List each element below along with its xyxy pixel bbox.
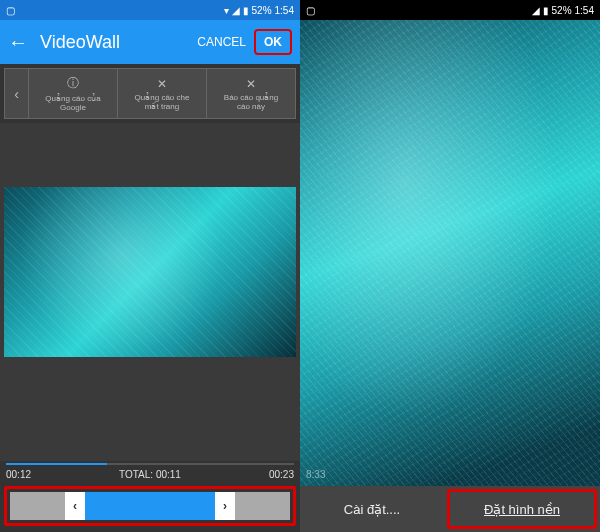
- close-icon: ✕: [246, 77, 256, 91]
- bottom-bar: Cài đặt.... Đặt hình nền: [300, 486, 600, 532]
- app-bar: ← VideoWall CANCEL OK: [0, 20, 300, 64]
- video-preview[interactable]: [4, 187, 296, 357]
- battery-percent: 52%: [252, 5, 272, 16]
- right-screen: ▢ ◢ ▮ 52% 1:54 8:33 Cài đặt.... Đặt hình…: [300, 0, 600, 532]
- battery-percent: 52%: [552, 5, 572, 16]
- time-total: TOTAL: 00:11: [31, 469, 269, 480]
- status-bar: ▢ ▾ ◢ ▮ 52% 1:54: [0, 0, 300, 20]
- time-start: 00:12: [6, 469, 31, 480]
- trim-slider: ‹ ›: [4, 486, 296, 526]
- left-screen: ▢ ▾ ◢ ▮ 52% 1:54 ← VideoWall CANCEL OK ‹…: [0, 0, 300, 532]
- time-end: 00:23: [269, 469, 294, 480]
- cancel-button[interactable]: CANCEL: [197, 35, 246, 49]
- ad-banner: ‹ ⓘ Quảng cáo của Google ✕ Quảng cáo che…: [4, 68, 296, 119]
- trim-range[interactable]: [85, 492, 215, 520]
- ad-option-report[interactable]: ✕ Báo cáo quảng cáo này: [207, 69, 295, 118]
- signal-icon: ◢: [532, 5, 540, 16]
- app-title: VideoWall: [40, 32, 197, 53]
- info-icon: ⓘ: [67, 75, 79, 92]
- trim-track-before: [10, 492, 65, 520]
- video-timestamp: 8:33: [306, 469, 325, 480]
- close-icon: ✕: [157, 77, 167, 91]
- clock: 1:54: [275, 5, 294, 16]
- timeline: 00:12 TOTAL: 00:11 00:23: [0, 461, 300, 484]
- signal-icon: ◢: [232, 5, 240, 16]
- ad-label: Google: [60, 103, 86, 112]
- ad-option-covering[interactable]: ✕ Quảng cáo che mất trang: [118, 69, 207, 118]
- ad-label: Báo cáo quảng: [224, 93, 278, 102]
- ad-option-google[interactable]: ⓘ Quảng cáo của Google: [29, 69, 118, 118]
- settings-button[interactable]: Cài đặt....: [300, 486, 444, 532]
- progress-bar[interactable]: [6, 463, 294, 465]
- clock: 1:54: [575, 5, 594, 16]
- picture-icon: ▢: [306, 5, 315, 16]
- set-wallpaper-button[interactable]: Đặt hình nền: [447, 489, 597, 529]
- wallpaper-preview[interactable]: 8:33: [300, 20, 600, 486]
- wifi-icon: ▾: [224, 5, 229, 16]
- battery-icon: ▮: [543, 5, 549, 16]
- trim-handle-right[interactable]: ›: [215, 492, 235, 520]
- back-button[interactable]: ←: [8, 31, 28, 54]
- ad-label: Quảng cáo của: [45, 94, 100, 103]
- ad-label: Quảng cáo che: [135, 93, 190, 102]
- ad-prev-button[interactable]: ‹: [5, 69, 29, 118]
- trim-track-after: [235, 492, 290, 520]
- status-bar: ▢ ◢ ▮ 52% 1:54: [300, 0, 600, 20]
- ok-button[interactable]: OK: [254, 29, 292, 55]
- video-area: [0, 123, 300, 461]
- ad-label: cáo này: [237, 102, 265, 111]
- ad-label: mất trang: [145, 102, 179, 111]
- picture-icon: ▢: [6, 5, 15, 16]
- battery-icon: ▮: [243, 5, 249, 16]
- trim-handle-left[interactable]: ‹: [65, 492, 85, 520]
